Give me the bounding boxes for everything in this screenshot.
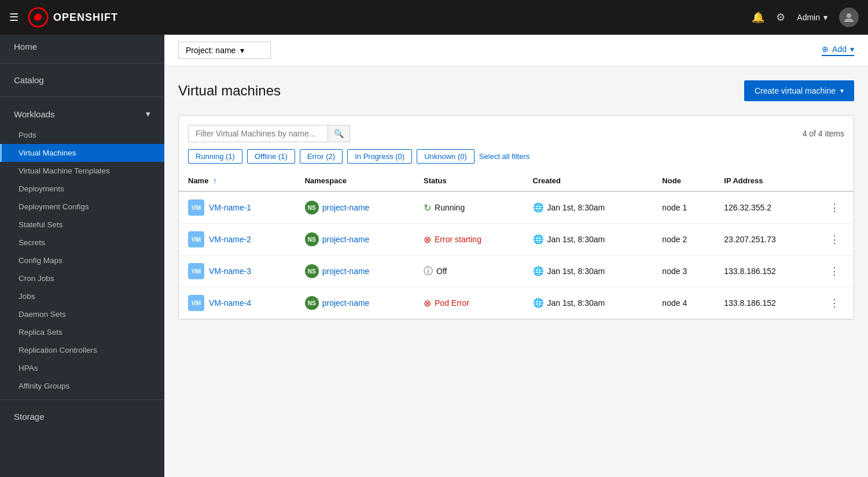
table-row: VMVM-name-1NSproject-name↻ Running🌐Jan 1… (179, 191, 854, 224)
status-running-icon: ↻ (424, 202, 431, 213)
sidebar-item-home[interactable]: Home (0, 35, 164, 58)
status-error-icon: ⊗ (424, 234, 431, 245)
table-col-name[interactable]: Name ↑ (179, 171, 296, 191)
logo-text: OPENSHIFT (53, 12, 118, 24)
page-title: Virtual machines (178, 83, 281, 99)
sidebar-workloads-header[interactable]: Workloads ▾ (0, 102, 164, 126)
select-all-filters-link[interactable]: Select all filters (479, 152, 529, 161)
hamburger-menu[interactable]: ☰ (9, 11, 19, 24)
vm-namespace-cell-vm3: NSproject-name (296, 256, 414, 287)
vm-kebab-cell-vm3: ⋮ (815, 256, 854, 287)
table-row: VMVM-name-2NSproject-name⊗ Error startin… (179, 224, 854, 256)
vm-name-link[interactable]: VM-name-2 (209, 235, 251, 244)
vm-namespace-cell-vm4: NSproject-name (296, 287, 414, 319)
search-row: 🔍 4 of 4 items (188, 125, 844, 142)
status-label: Error starting (435, 235, 481, 244)
create-vm-button[interactable]: Create virtual machine ▾ (744, 80, 854, 101)
notification-icon[interactable]: 🔔 (752, 11, 764, 24)
vm-created-cell-vm3: 🌐Jan 1st, 8:30am (524, 256, 653, 287)
vm-created-cell-vm1: 🌐Jan 1st, 8:30am (524, 191, 653, 224)
add-label: Add (832, 45, 847, 54)
filter-chip-error[interactable]: Error (2) (300, 149, 343, 164)
vm-status-cell-vm2: ⊗ Error starting (414, 224, 524, 256)
status-off-icon: ⓘ (424, 265, 433, 278)
vm-ip-cell-vm1: 126.32.355.2 (715, 191, 815, 224)
add-button[interactable]: ⊕ Add ▾ (822, 45, 854, 56)
filter-chip-in-progress[interactable]: In Progress (0) (347, 149, 412, 164)
redhat-logo-icon (28, 7, 49, 28)
ns-badge: NS (305, 296, 319, 310)
sidebar-item-affinity-groups[interactable]: Affinity Groups (0, 377, 164, 395)
kebab-menu-button[interactable]: ⋮ (825, 199, 844, 216)
vm-badge: VM (188, 295, 204, 311)
vm-node-cell-vm4: node 4 (653, 287, 715, 319)
vm-status-cell-vm1: ↻ Running (414, 191, 524, 224)
logo: OPENSHIFT (28, 7, 118, 28)
topnav: ☰ OPENSHIFT 🔔 ⚙ Admin ▾ (0, 0, 868, 35)
user-avatar[interactable] (839, 8, 859, 27)
filter-chip-unknown[interactable]: Unknown (0) (417, 149, 475, 164)
sidebar-item-hpas[interactable]: HPAs (0, 359, 164, 377)
namespace-link[interactable]: project-name (322, 235, 370, 244)
sidebar-item-replication-controllers[interactable]: Replication Controllers (0, 341, 164, 359)
project-selector[interactable]: Project: name ▾ (178, 42, 271, 59)
create-btn-chevron-icon: ▾ (840, 87, 844, 95)
table-col-actions (815, 171, 854, 191)
sidebar-item-virtual-machine-templates[interactable]: Virtual Machine Templates (0, 162, 164, 180)
kebab-menu-button[interactable]: ⋮ (825, 231, 844, 248)
vm-name-link[interactable]: VM-name-3 (209, 267, 251, 276)
kebab-menu-button[interactable]: ⋮ (825, 262, 844, 280)
globe-icon: 🌐 (533, 298, 544, 308)
add-chevron: ▾ (850, 45, 854, 54)
page-content: Virtual machines Create virtual machine … (164, 66, 868, 477)
search-input[interactable] (189, 125, 328, 142)
avatar-icon (843, 12, 855, 23)
sidebar-item-stateful-sets[interactable]: Stateful Sets (0, 216, 164, 234)
vm-badge: VM (188, 199, 204, 216)
add-plus-icon: ⊕ (822, 45, 829, 54)
kebab-menu-button[interactable]: ⋮ (825, 294, 844, 312)
table-col-node: Node (653, 171, 715, 191)
filter-chip-offline[interactable]: Offline (1) (247, 149, 295, 164)
table-header: Name ↑NamespaceStatusCreatedNodeIP Addre… (179, 171, 854, 191)
vm-name-cell-vm4: VMVM-name-4 (179, 287, 296, 319)
sidebar-item-deployments[interactable]: Deployments (0, 180, 164, 198)
namespace-link[interactable]: project-name (322, 203, 370, 212)
vm-name-link[interactable]: VM-name-4 (209, 298, 251, 308)
search-button[interactable]: 🔍 (328, 125, 350, 142)
sidebar-item-cron-jobs[interactable]: Cron Jobs (0, 269, 164, 287)
workloads-chevron-icon: ▾ (146, 109, 150, 119)
vm-status-cell-vm4: ⊗ Pod Error (414, 287, 524, 319)
namespace-link[interactable]: project-name (322, 298, 370, 308)
vm-status-cell-vm3: ⓘ Off (414, 256, 524, 287)
sidebar-item-catalog[interactable]: Catalog (0, 68, 164, 92)
vm-name-link[interactable]: VM-name-1 (209, 203, 251, 212)
vm-node-cell-vm3: node 3 (653, 256, 715, 287)
sidebar-item-deployment-configs[interactable]: Deployment Configs (0, 198, 164, 216)
table-col-ip: IP Address (715, 171, 815, 191)
sort-arrow-name: ↑ (211, 176, 216, 185)
namespace-link[interactable]: project-name (322, 267, 370, 276)
settings-icon[interactable]: ⚙ (776, 11, 785, 24)
table-col-status: Status (414, 171, 524, 191)
admin-menu[interactable]: Admin ▾ (797, 13, 827, 22)
sidebar-items-list: PodsVirtual MachinesVirtual Machine Temp… (0, 126, 164, 395)
sidebar-item-config-maps[interactable]: Config Maps (0, 252, 164, 269)
admin-chevron: ▾ (823, 13, 827, 22)
sidebar-item-pods[interactable]: Pods (0, 126, 164, 144)
sidebar-item-replica-sets[interactable]: Replica Sets (0, 323, 164, 341)
table-col-created: Created (524, 171, 653, 191)
sidebar-item-jobs[interactable]: Jobs (0, 287, 164, 305)
table-toolbar: 🔍 4 of 4 items Running (1)Offline (1)Err… (179, 116, 854, 171)
sidebar-item-secrets[interactable]: Secrets (0, 234, 164, 252)
vm-badge: VM (188, 231, 204, 247)
sidebar-item-virtual-machines[interactable]: Virtual Machines (0, 144, 164, 162)
vm-namespace-cell-vm2: NSproject-name (296, 224, 414, 256)
vm-kebab-cell-vm1: ⋮ (815, 191, 854, 224)
search-box: 🔍 (188, 125, 350, 142)
sidebar-item-daemon-sets[interactable]: Daemon Sets (0, 305, 164, 323)
sidebar-item-storage[interactable]: Storage (0, 405, 164, 428)
table-col-namespace: Namespace (296, 171, 414, 191)
filter-chip-running[interactable]: Running (1) (188, 149, 242, 164)
vm-kebab-cell-vm4: ⋮ (815, 287, 854, 319)
